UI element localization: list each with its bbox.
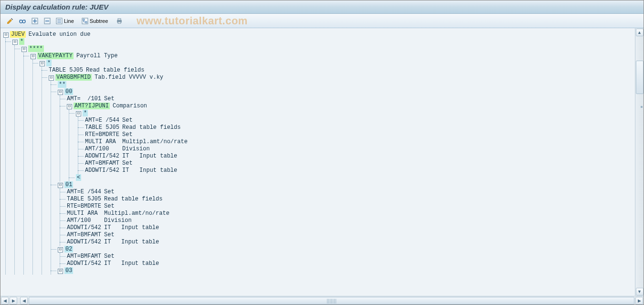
expand-node-button[interactable] xyxy=(29,16,41,26)
node-description: IT Input table xyxy=(122,167,177,174)
node-description: IT Input table xyxy=(104,260,159,267)
expand-toggle[interactable]: ⊟ xyxy=(67,104,72,109)
horizontal-scroll-track[interactable] xyxy=(29,297,634,305)
tree-children: ⊟*TABLE 5J05Read table fields⊟VARGBMFMID… xyxy=(32,60,635,274)
expand-toggle[interactable]: ⊟ xyxy=(58,183,63,188)
tree-row[interactable]: ⊟02 xyxy=(58,246,635,253)
scroll-left-button[interactable]: ◀ xyxy=(20,297,28,305)
svg-rect-7 xyxy=(118,19,121,20)
subtree-button[interactable]: Subtree xyxy=(80,16,110,26)
scroll-down-button[interactable]: ▼ xyxy=(636,288,644,295)
tree-row[interactable]: RTE=BMDRTESet xyxy=(67,203,635,210)
content-area: ⊟JUEVEvaluate union due⊟*⊟****⊟VAKEYPAYT… xyxy=(0,28,644,305)
node-label: VAKEYPAYTY xyxy=(37,53,74,59)
glasses-button[interactable] xyxy=(17,16,28,26)
expand-toggle[interactable]: ⊟ xyxy=(58,247,63,252)
scroll-left-outer-button[interactable]: ◀ xyxy=(1,297,9,305)
tree-row[interactable]: ADDWTI/542IT Input table xyxy=(85,153,635,160)
expand-toggle[interactable]: ⊟ xyxy=(21,47,27,52)
tree-row[interactable]: AMT/100 Division xyxy=(85,146,635,153)
node-description: Multipl.amt/no/rate xyxy=(104,210,169,217)
scroll-right-button[interactable]: ▶ xyxy=(635,297,643,305)
tree-children: AMT=BMFAMTSetADDWTI/542IT Input table xyxy=(60,253,635,267)
tree-children: AMT=E /544SetTABLE 5J05Read table fields… xyxy=(60,189,635,246)
node-label: VARGBMFMID xyxy=(55,74,92,81)
expand-toggle[interactable]: ⊟ xyxy=(58,269,63,274)
expand-toggle[interactable]: ⊟ xyxy=(40,61,45,66)
tree-row[interactable]: ⊟01 xyxy=(58,181,635,189)
tree-row[interactable]: AMT/100 Division xyxy=(67,217,635,224)
tree-node: AMT=E /544Set xyxy=(60,189,635,196)
node-description: IT Input table xyxy=(104,239,159,245)
tree-row[interactable]: TABLE 5J05Read table fields xyxy=(67,196,635,203)
horizontal-scrollbar[interactable]: ◀ ▶ ◀ ▶ xyxy=(0,296,644,305)
tree-row[interactable]: AMT=E /544Set xyxy=(85,117,635,124)
tree-children: ⊟VAKEYPAYTYPayroll Type⊟*TABLE 5J05Read … xyxy=(23,53,635,274)
tree-row[interactable]: AMT=BMFAMTSet xyxy=(67,253,635,260)
expand-toggle[interactable]: ⊟ xyxy=(3,32,9,38)
node-label: AMT=BMFAMT xyxy=(85,160,119,167)
toggle-edit-button[interactable] xyxy=(4,16,16,26)
node-label: ADDWTI/542 xyxy=(85,167,119,174)
tree: ⊟JUEVEvaluate union due⊟*⊟****⊟VAKEYPAYT… xyxy=(0,28,635,296)
tree-row[interactable]: ⊟VARGBMFMIDTab.field VVVVV v.ky xyxy=(49,74,635,81)
subtree-icon xyxy=(82,18,88,24)
print-button[interactable] xyxy=(114,16,125,26)
tree-row[interactable]: TABLE 5J05Read table fields xyxy=(85,124,635,131)
tree-row[interactable]: ADDWTI/542IT Input table xyxy=(67,260,635,267)
node-label: RTE=BMDRTE xyxy=(67,203,101,210)
vertical-scroll-thumb[interactable] xyxy=(636,61,644,94)
tree-row[interactable]: ⊟**** xyxy=(21,45,635,53)
vertical-scrollbar[interactable]: ▲ ▼ xyxy=(635,28,644,296)
tree-row[interactable]: MULTI ARA Multipl.amt/no/rate xyxy=(67,210,635,217)
tree-node: AMT=BMFAMTSet xyxy=(60,231,635,239)
tree-node: ⊟VARGBMFMIDTab.field VVVVV v.ky**⊟00AMT=… xyxy=(42,74,635,274)
expand-toggle[interactable]: ⊟ xyxy=(12,40,18,45)
tree-row[interactable]: ⊟* xyxy=(40,60,635,67)
tree-node: AMT/100 Division xyxy=(78,146,635,153)
tree-row[interactable]: ** xyxy=(58,81,635,88)
expand-toggle[interactable]: ⊟ xyxy=(31,54,36,59)
tree-row[interactable]: MULTI ARA Multipl.amt/no/rate xyxy=(85,138,635,146)
tree-row[interactable]: ⊟* xyxy=(12,38,635,45)
tree-row[interactable]: ADDWTI/542IT Input table xyxy=(67,239,635,246)
scroll-marker xyxy=(641,106,643,108)
tree-row[interactable]: ⊟00 xyxy=(58,88,635,95)
tree-row[interactable]: < xyxy=(76,174,635,181)
tree-children: ⊟****⊟VAKEYPAYTYPayroll Type⊟*TABLE 5J05… xyxy=(14,45,635,274)
tree-row[interactable]: AMT= /101Set xyxy=(67,95,635,103)
tree-row[interactable]: ⊟* xyxy=(76,110,635,117)
tree-row[interactable]: ⊟AMT?IJPUNIComparison xyxy=(67,103,635,110)
tree-row[interactable]: RTE=BMDRTESet xyxy=(85,131,635,138)
expand-toggle[interactable]: ⊟ xyxy=(76,111,81,116)
node-description: Set xyxy=(104,203,115,210)
expand-toggle[interactable]: ⊟ xyxy=(58,90,63,95)
node-label: TABLE 5J05 xyxy=(85,124,119,131)
collapse-node-button[interactable] xyxy=(42,16,53,26)
node-label: ADDWTI/542 xyxy=(85,153,119,159)
tree-node: ** xyxy=(51,81,635,88)
tree-row[interactable]: ADDWTI/542IT Input table xyxy=(85,167,635,174)
page-title: Display calculation rule: JUEV xyxy=(5,3,108,11)
node-description: Read table fields xyxy=(86,67,144,74)
tree-row[interactable]: ⊟VAKEYPAYTYPayroll Type xyxy=(31,53,635,60)
scroll-up-button[interactable]: ▲ xyxy=(636,29,644,36)
tree-row[interactable]: AMT=E /544Set xyxy=(67,189,635,196)
tree-node: ADDWTI/542IT Input table xyxy=(78,153,635,160)
node-label: ** xyxy=(58,81,66,88)
tree-row[interactable]: ⊟03 xyxy=(58,267,635,274)
node-label: 02 xyxy=(64,246,73,252)
line-button[interactable]: Line xyxy=(54,16,76,26)
vertical-scroll-track[interactable] xyxy=(636,37,644,287)
tree-node: TABLE 5J05Read table fields xyxy=(60,196,635,203)
tree-row[interactable]: ADDWTI/542IT Input table xyxy=(67,224,635,231)
tree-row[interactable]: AMT=BMFAMTSet xyxy=(85,160,635,167)
tree-row[interactable]: TABLE 5J05Read table fields xyxy=(49,67,635,74)
horizontal-scroll-thumb[interactable] xyxy=(29,297,634,305)
tree-children: AMT=E /544SetTABLE 5J05Read table fields… xyxy=(78,117,635,174)
tree-row[interactable]: AMT=BMFAMTSet xyxy=(67,231,635,239)
expand-toggle[interactable]: ⊟ xyxy=(49,75,54,81)
node-description: Set xyxy=(122,131,133,138)
scroll-right-outer-button[interactable]: ▶ xyxy=(10,297,17,305)
tree-row[interactable]: ⊟JUEVEvaluate union due xyxy=(3,31,635,38)
